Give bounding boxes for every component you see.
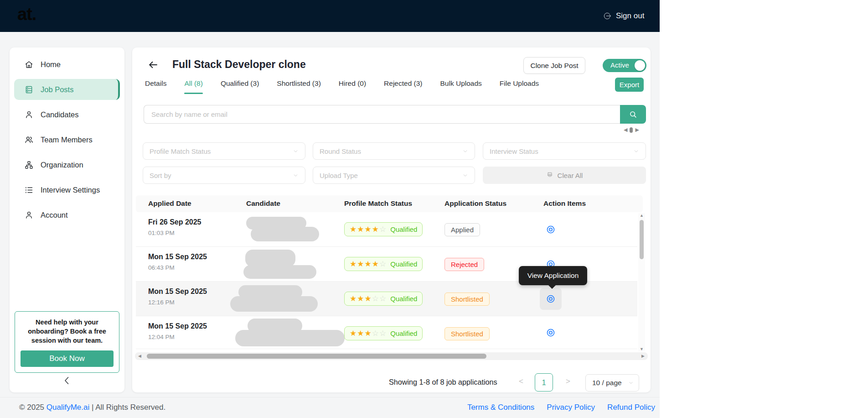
sidebar-item-organization[interactable]: Organization [14,154,120,175]
pagination-next-button[interactable]: > [566,377,570,386]
team-icon [24,135,34,145]
star-icon: ★ [350,329,357,338]
star-rating: ★★★☆☆ [350,329,387,337]
sidebar-item-job-posts[interactable]: Job Posts [14,79,120,100]
refund-link[interactable]: Refund Policy [607,403,655,412]
sidebar-collapse-button[interactable] [10,375,124,386]
vertical-scrollbar[interactable]: ▲ ▼ [638,213,645,351]
sidebar-item-home[interactable]: Home [14,54,120,75]
scroll-up-icon[interactable]: ▲ [640,213,644,218]
sidebar-item-label: Interview Settings [41,186,100,194]
list-icon [24,185,34,195]
tab-hired[interactable]: Hired (0) [339,79,366,93]
column-header-candidate: Candidate [246,199,280,208]
tab-bulk-uploads[interactable]: Bulk Uploads [440,79,482,93]
carousel-prev-icon[interactable]: ◀ [624,127,627,133]
copyright-prefix: © 2025 [19,403,46,412]
tab-qualified[interactable]: Qualified (3) [221,79,259,93]
star-icon: ★ [357,294,364,303]
job-status-toggle[interactable]: Active [603,59,646,72]
chevron-down-icon [462,148,468,154]
sidebar-item-account[interactable]: Account [14,204,120,225]
sidebar-nav: Home Job Posts Candidates Team Members O… [14,54,120,230]
star-icon: ★ [365,260,372,268]
sidebar-item-team-members[interactable]: Team Members [14,129,120,150]
tab-file-uploads[interactable]: File Uploads [500,79,539,93]
search-button[interactable] [620,105,646,124]
star-icon: ☆ [379,294,387,303]
page-title: Full Stack Developer clone [172,58,306,71]
footer-links: Terms & Conditions Privacy Policy Refund… [467,403,655,412]
horizontal-scrollbar[interactable]: ◀ ▶ [135,352,648,360]
match-label: Qualified [390,295,417,303]
brand-logo: at. [17,5,36,24]
sidebar-item-interview-settings[interactable]: Interview Settings [14,179,120,200]
tab-shortlisted[interactable]: Shortlisted (3) [277,79,320,93]
terms-link[interactable]: Terms & Conditions [467,403,534,412]
profile-match-badge: ★★★☆☆ Qualified [344,292,423,306]
brand-link[interactable]: QualifyMe.ai [46,403,89,412]
back-button[interactable] [148,59,159,70]
clone-job-post-button[interactable]: Clone Job Post [523,57,585,74]
view-application-button[interactable] [540,322,562,344]
match-label: Qualified [390,329,417,337]
redacted-candidate-name [235,330,345,346]
carousel-dot-icon [630,127,633,133]
tab-all[interactable]: All (8) [184,79,202,93]
scroll-down-icon[interactable]: ▼ [640,347,644,351]
upload-type-dropdown[interactable]: Upload Type [313,167,475,184]
carousel-next-icon[interactable]: ▶ [635,127,639,133]
status-badge: Rejected [444,258,484,271]
column-header-action-items: Action Items [543,199,586,208]
star-icon: ☆ [379,329,387,338]
pagination-page-1[interactable]: 1 [535,373,553,392]
table-row: Fri 26 Sep 2025 01:03 PM ★★★★☆ Qualified… [136,212,637,247]
page-size-select[interactable]: 10 / page [585,374,639,392]
applied-time: 06:43 PM [148,264,175,271]
toggle-knob [635,60,645,71]
book-now-button[interactable]: Book Now [21,350,114,367]
star-icon: ★ [365,294,372,303]
chevron-left-icon [62,375,72,386]
star-icon: ★ [365,329,372,338]
star-icon: ★ [357,260,364,268]
export-button[interactable]: Export [615,78,644,92]
status-badge: Applied [444,223,480,236]
chevron-down-icon [293,172,299,178]
scroll-right-icon[interactable]: ▶ [641,354,645,358]
search-input[interactable] [144,105,620,124]
star-icon: ★ [372,260,379,268]
sign-out-button[interactable]: Sign out [603,9,644,23]
match-label: Qualified [390,260,417,268]
star-icon: ★ [365,225,372,234]
horizontal-scrollbar-thumb[interactable] [147,354,486,359]
sort-by-dropdown[interactable]: Sort by [143,167,305,184]
star-icon: ★ [350,225,357,234]
clear-icon [546,172,553,179]
applied-time: 01:03 PM [148,230,175,236]
interview-status-dropdown[interactable]: Interview Status [483,142,646,160]
applied-date: Mon 15 Sep 2025 [148,253,207,261]
star-icon: ☆ [379,260,387,268]
copyright-suffix: | All Rights Reserved. [89,403,165,412]
view-application-button[interactable] [540,219,562,240]
round-status-dropdown[interactable]: Round Status [313,142,475,160]
sidebar-item-label: Organization [41,161,83,169]
tab-details[interactable]: Details [145,79,166,93]
redacted-candidate-name [243,265,316,279]
column-header-applied-date: Applied Date [148,199,191,208]
redacted-candidate-name [230,296,318,312]
vertical-scrollbar-thumb[interactable] [640,220,644,259]
clear-all-button[interactable]: Clear All [483,167,646,184]
chevron-down-icon [293,148,299,154]
tab-rejected[interactable]: Rejected (3) [384,79,422,93]
pagination-prev-button[interactable]: < [519,377,523,386]
sidebar-item-candidates[interactable]: Candidates [14,104,120,125]
footer: © 2025 QualifyMe.ai | All Rights Reserve… [0,397,660,418]
privacy-link[interactable]: Privacy Policy [547,403,595,412]
view-application-button[interactable] [540,288,562,310]
scroll-left-icon[interactable]: ◀ [138,354,141,358]
sidebar-item-label: Candidates [41,110,78,119]
profile-match-status-dropdown[interactable]: Profile Match Status [143,142,305,160]
logout-icon [603,11,612,21]
